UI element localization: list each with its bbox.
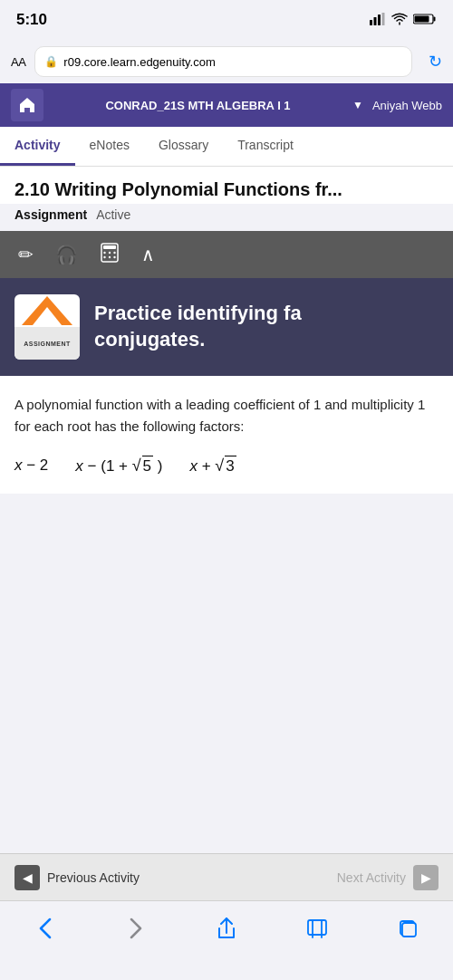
ios-bottom-bar xyxy=(0,900,453,980)
tab-activity[interactable]: Activity xyxy=(0,127,75,166)
browser-bar: AA 🔒 r09.core.learn.edgenuity.com ↻ xyxy=(0,40,453,83)
assignment-label: Assignment xyxy=(14,207,87,222)
prev-label: Previous Activity xyxy=(47,870,140,885)
svg-rect-0 xyxy=(370,20,372,25)
next-label: Next Activity xyxy=(337,870,406,885)
svg-rect-3 xyxy=(382,13,385,25)
next-activity-button[interactable]: Next Activity ▶ xyxy=(337,865,439,890)
problem-description: A polynomial function with a leading coe… xyxy=(14,394,439,437)
nav-header: CONRAD_21S MTH ALGEBRA I 1 ▼ Aniyah Webb xyxy=(0,83,453,127)
svg-point-9 xyxy=(103,251,105,253)
assignment-logo: ASSIGNMENT xyxy=(14,294,80,360)
url-text: r09.core.learn.edgenuity.com xyxy=(63,55,215,69)
prev-arrow-icon: ◀ xyxy=(14,865,40,890)
expand-icon[interactable]: ∧ xyxy=(141,244,155,265)
svg-rect-1 xyxy=(374,17,377,25)
svg-point-13 xyxy=(109,255,111,257)
tabs-bar: Activity eNotes Glossary Transcript xyxy=(0,127,453,167)
tab-transcript[interactable]: Transcript xyxy=(223,127,308,166)
logo-top xyxy=(14,294,80,327)
wifi-icon xyxy=(391,13,408,28)
active-status: Active xyxy=(96,207,130,222)
assignment-banner: ASSIGNMENT Practice identifying fa conju… xyxy=(0,278,453,376)
banner-heading: Practice identifying fa conjugates. xyxy=(94,301,302,352)
next-arrow-icon: ▶ xyxy=(413,865,439,890)
bookmarks-button[interactable] xyxy=(297,912,337,945)
tabs-button[interactable] xyxy=(388,912,428,945)
svg-rect-17 xyxy=(308,920,326,935)
headphones-icon[interactable]: 🎧 xyxy=(55,244,78,265)
page-title: 2.10 Writing Polynomial Functions fr... xyxy=(14,179,439,200)
svg-rect-6 xyxy=(415,15,429,22)
tab-enotes[interactable]: eNotes xyxy=(75,127,144,166)
assignment-row: Assignment Active xyxy=(0,204,453,231)
dropdown-arrow[interactable]: ▼ xyxy=(352,99,363,111)
svg-rect-5 xyxy=(434,16,436,21)
page-title-bar: 2.10 Writing Polynomial Functions fr... xyxy=(0,167,453,204)
signal-icon xyxy=(370,13,386,28)
share-button[interactable] xyxy=(207,912,246,945)
math-expression: x − 2 x − (1 + √5 ) x + √3 xyxy=(14,456,439,476)
forward-button[interactable] xyxy=(116,912,156,945)
svg-rect-8 xyxy=(103,245,116,249)
course-title: CONRAD_21S MTH ALGEBRA I 1 xyxy=(53,99,343,112)
home-button[interactable] xyxy=(11,89,43,121)
svg-point-11 xyxy=(113,251,115,253)
svg-point-14 xyxy=(113,255,115,257)
status-bar: 5:10 xyxy=(0,0,453,40)
logo-label: ASSIGNMENT xyxy=(14,327,80,360)
sqrt-5: √5 xyxy=(132,456,153,476)
status-time: 5:10 xyxy=(16,11,47,29)
back-button[interactable] xyxy=(25,912,65,945)
tab-glossary[interactable]: Glossary xyxy=(144,127,223,166)
svg-rect-19 xyxy=(402,923,416,937)
font-size-control[interactable]: AA xyxy=(11,55,25,69)
problem-content: A polynomial function with a leading coe… xyxy=(0,376,453,494)
factor-3: x + √3 xyxy=(189,456,236,476)
url-bar[interactable]: 🔒 r09.core.learn.edgenuity.com xyxy=(34,46,412,77)
toolbar: ✏ 🎧 ∧ xyxy=(0,231,453,278)
user-name: Aniyah Webb xyxy=(372,99,442,112)
bottom-nav: ◀ Previous Activity Next Activity ▶ xyxy=(0,853,453,900)
factor-2: x − (1 + √5 ) xyxy=(75,456,162,476)
factor-1: x − 2 xyxy=(14,456,48,475)
pencil-icon[interactable]: ✏ xyxy=(18,244,34,265)
status-icons xyxy=(370,13,437,28)
lock-icon: 🔒 xyxy=(44,55,58,68)
svg-point-12 xyxy=(103,255,105,257)
sqrt-3: √3 xyxy=(215,456,236,476)
battery-icon xyxy=(413,13,437,28)
calculator-icon[interactable] xyxy=(100,243,120,267)
svg-point-10 xyxy=(109,251,111,253)
prev-activity-button[interactable]: ◀ Previous Activity xyxy=(14,865,140,890)
refresh-button[interactable]: ↻ xyxy=(429,52,442,72)
svg-rect-2 xyxy=(378,14,381,25)
